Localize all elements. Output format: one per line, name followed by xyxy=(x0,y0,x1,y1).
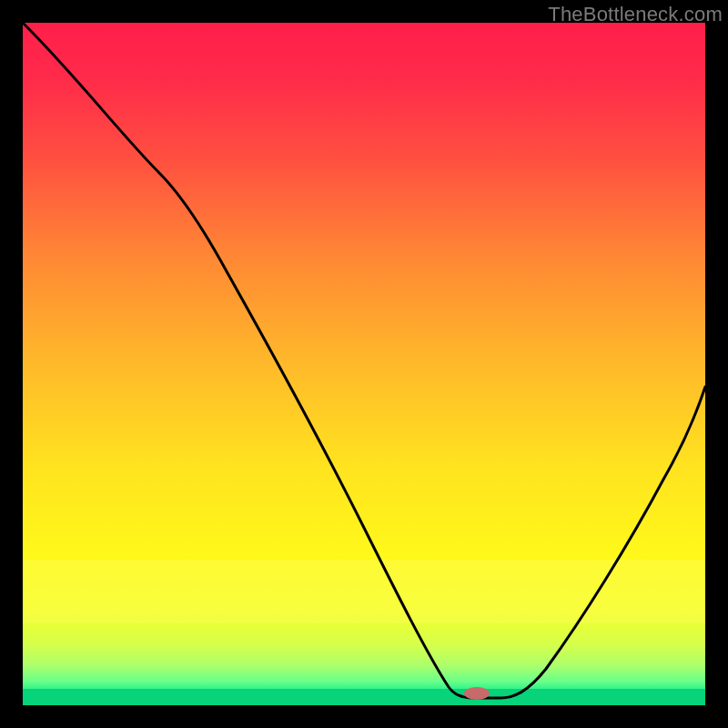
optimal-marker xyxy=(464,687,490,700)
bottom-green-strip xyxy=(23,689,705,705)
chart-stage: TheBottleneck.com xyxy=(0,0,728,728)
plot-svg xyxy=(23,23,705,705)
plot-area xyxy=(23,23,705,705)
band-highlight xyxy=(23,560,705,623)
